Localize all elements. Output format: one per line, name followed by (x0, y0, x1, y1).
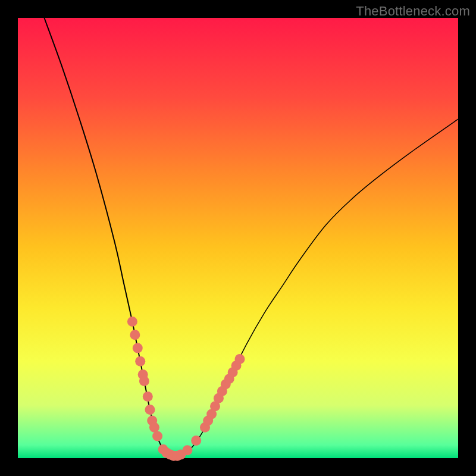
curve-left-branch (44, 18, 176, 456)
marker-dot (139, 376, 149, 386)
marker-dot (234, 354, 245, 364)
marker-group (127, 317, 245, 461)
marker-dot (133, 343, 143, 353)
marker-dot (130, 330, 140, 340)
marker-dot (143, 392, 153, 402)
marker-dot (145, 405, 155, 415)
marker-dot (135, 356, 145, 367)
chart-svg (18, 18, 458, 458)
marker-dot (127, 317, 137, 327)
marker-dot (191, 436, 201, 446)
chart-frame: TheBottleneck.com (0, 0, 476, 476)
marker-dot (182, 445, 192, 455)
watermark-text: TheBottleneck.com (356, 4, 470, 19)
plot-area (18, 18, 458, 458)
marker-dot (152, 431, 162, 441)
marker-dot (149, 422, 159, 433)
